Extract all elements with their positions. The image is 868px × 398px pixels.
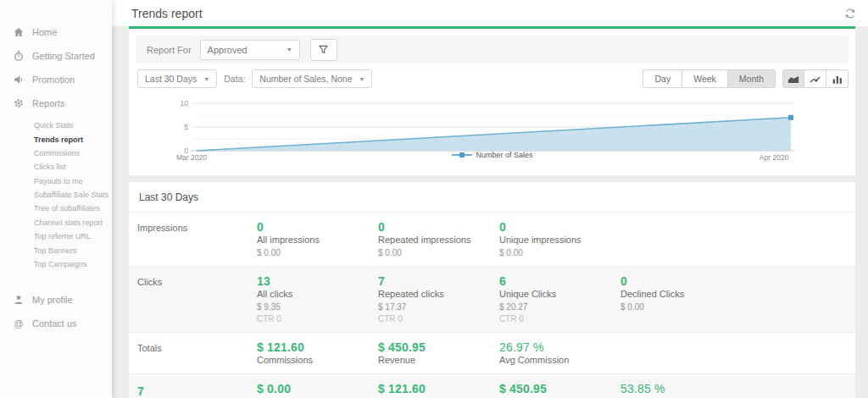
metric-value: $ 0.00 xyxy=(257,382,378,395)
stats-row-impressions: Impressions0All impressions$ 0.000Repeat… xyxy=(129,213,855,267)
metric-ctr: CTR 0 xyxy=(257,314,378,324)
sidebar-item-getting-started[interactable]: Getting Started xyxy=(0,44,112,68)
report-for-label: Report For xyxy=(147,45,192,55)
granularity-month-button[interactable]: Month xyxy=(728,69,776,88)
row-label: 7Sales xyxy=(137,374,257,398)
metric-cell: 0All impressions$ 0.00 xyxy=(257,213,378,266)
line-chart-icon xyxy=(810,75,821,84)
metric-value: $ 450.95 xyxy=(378,340,499,354)
metric-value: $ 121.60 xyxy=(257,340,378,354)
sidebar-link-tree-of-subaffiliates[interactable]: Tree of subaffiliates xyxy=(34,202,112,215)
chevron-down-icon: ▼ xyxy=(359,76,364,82)
metric-cell: 0Declined Clicks$ 0.00 xyxy=(620,267,742,332)
sidebar-link-commissions[interactable]: Commissions xyxy=(34,146,112,160)
content: Report For Approved ▼ Last 30 Days ▼ Dat… xyxy=(112,26,868,398)
metric-label: Repeated impressions xyxy=(378,235,499,246)
sidebar-link-subaffiliate-sale-stats[interactable]: Subaffiliate Sale Stats xyxy=(34,188,112,202)
sidebar-item-promotion[interactable]: Promotion xyxy=(0,68,112,91)
sidebar-item-my-profile[interactable]: My profile xyxy=(0,288,112,312)
area-chart-icon xyxy=(787,75,799,84)
refresh-button[interactable] xyxy=(844,8,856,19)
metric-ctr: CTR 0 xyxy=(499,314,620,324)
metric-cell: 13All clicks$ 9.35CTR 0 xyxy=(257,267,378,332)
line-chart-button[interactable] xyxy=(804,69,826,88)
metric-label: Commissions xyxy=(257,355,378,366)
range-value: Last 30 Days xyxy=(145,74,197,84)
top-bar: Trends report xyxy=(112,0,868,26)
svg-text:5: 5 xyxy=(184,123,188,131)
granularity-week-button[interactable]: Week xyxy=(682,69,728,88)
metric-label: Avg Commission xyxy=(499,355,620,366)
granularity-day-button[interactable]: Day xyxy=(643,69,682,88)
data-select[interactable]: Number of Sales, None ▼ xyxy=(252,69,372,88)
sidebar-link-top-campaigns[interactable]: Top Campaigns xyxy=(34,257,112,271)
report-for-value: Approved xyxy=(208,45,248,55)
gear-icon xyxy=(14,98,24,108)
filter-strip: Report For Approved ▼ xyxy=(136,36,849,64)
stats-row-clicks: Clicks13All clicks$ 9.35CTR 07Repeated c… xyxy=(129,267,855,333)
row-label: Totals xyxy=(137,333,257,373)
sidebar-link-channel-stats-report[interactable]: Channel stats report xyxy=(34,216,112,229)
chevron-down-icon: ▼ xyxy=(287,47,292,53)
bar-chart-icon xyxy=(832,75,843,84)
metric-money: $ 9.35 xyxy=(257,302,378,312)
sidebar-item-label: Reports xyxy=(32,98,65,108)
sidebar-item-contact-us[interactable]: @Contact us xyxy=(0,312,112,335)
chart-card: Report For Approved ▼ Last 30 Days ▼ Dat… xyxy=(129,29,855,175)
stats-rows: Impressions0All impressions$ 0.000Repeat… xyxy=(129,213,855,398)
metric-value: 26.97 % xyxy=(499,340,620,354)
stopwatch-icon xyxy=(14,51,24,61)
svg-text:Apr 2020: Apr 2020 xyxy=(760,153,789,162)
metric-money: $ 0.00 xyxy=(257,248,378,258)
sidebar: HomeGetting StartedPromotionReports Quic… xyxy=(0,0,112,398)
row-label: Impressions xyxy=(137,213,257,266)
sidebar-link-trends-report[interactable]: Trends report xyxy=(34,132,112,146)
chevron-down-icon: ▼ xyxy=(203,76,209,82)
filter-button[interactable] xyxy=(310,39,337,61)
stats-row-totals: Totals$ 121.60Commissions$ 450.95Revenue… xyxy=(129,333,855,374)
metric-money: $ 0.00 xyxy=(620,302,742,312)
sidebar-report-links: Quick StatsTrends reportCommissionsClick… xyxy=(0,115,112,278)
sidebar-item-reports[interactable]: Reports xyxy=(0,91,112,115)
sidebar-item-home[interactable]: Home xyxy=(0,20,112,44)
main-area: Trends report Report For Approved ▼ xyxy=(112,0,868,398)
metric-value: 0 xyxy=(499,220,620,234)
metric-cell: $ 450.95Revenueavg $ 64.42 xyxy=(499,374,620,398)
sidebar-link-quick-stats[interactable]: Quick Stats xyxy=(34,119,112,132)
granularity-group: DayWeekMonth xyxy=(643,69,776,88)
sidebar-link-payouts-to-me[interactable]: Payouts to me xyxy=(34,174,112,188)
svg-text:10: 10 xyxy=(181,99,189,108)
stats-card: Last 30 Days Impressions0All impressions… xyxy=(129,182,855,398)
metric-value: 7 xyxy=(137,384,257,398)
user-icon xyxy=(14,295,24,305)
svg-text:Mar 2020: Mar 2020 xyxy=(176,153,207,162)
sidebar-item-label: Promotion xyxy=(32,75,75,85)
report-for-select[interactable]: Approved ▼ xyxy=(200,40,300,60)
chart-legend: Number of Sales xyxy=(451,151,532,159)
sidebar-item-label: My profile xyxy=(32,295,73,305)
stats-row-sales: 7Sales$ 0.00Fixed Cost$ 121.60Commission… xyxy=(129,374,855,398)
metric-cell: $ 0.00Fixed Cost xyxy=(257,374,378,398)
metric-label: Repeated clicks xyxy=(378,289,499,300)
sidebar-link-top-referrer-url[interactable]: Top referrer URL xyxy=(34,229,112,243)
metric-ctr: CTR 0 xyxy=(378,314,499,324)
sidebar-bottom-items: My profile@Contact us xyxy=(0,288,112,335)
data-label: Data: xyxy=(224,74,245,84)
metric-cell: 26.97 %Avg Commission xyxy=(499,333,620,373)
at-icon: @ xyxy=(14,318,24,329)
svg-text:@: @ xyxy=(14,318,23,329)
metric-money: $ 0.00 xyxy=(499,248,620,258)
area-chart-button[interactable] xyxy=(782,69,804,88)
legend-label: Number of Sales xyxy=(476,151,532,159)
range-select[interactable]: Last 30 Days ▼ xyxy=(137,69,217,88)
bar-chart-button[interactable] xyxy=(826,69,849,88)
metric-cell: 53.85 %Conversion xyxy=(620,374,742,398)
stats-period-title: Last 30 Days xyxy=(129,182,855,213)
sidebar-link-top-banners[interactable]: Top Banners xyxy=(34,243,112,257)
sidebar-link-clicks-list[interactable]: Clicks list xyxy=(34,160,112,174)
sidebar-item-label: Contact us xyxy=(32,318,77,329)
sidebar-main-items: HomeGetting StartedPromotionReports xyxy=(0,20,112,115)
metric-cell: 0Repeated impressions$ 0.00 xyxy=(378,213,499,266)
metric-cell: 7Repeated clicks$ 17.37CTR 0 xyxy=(378,267,499,332)
metric-cell: 0Unique impressions$ 0.00 xyxy=(499,213,620,266)
